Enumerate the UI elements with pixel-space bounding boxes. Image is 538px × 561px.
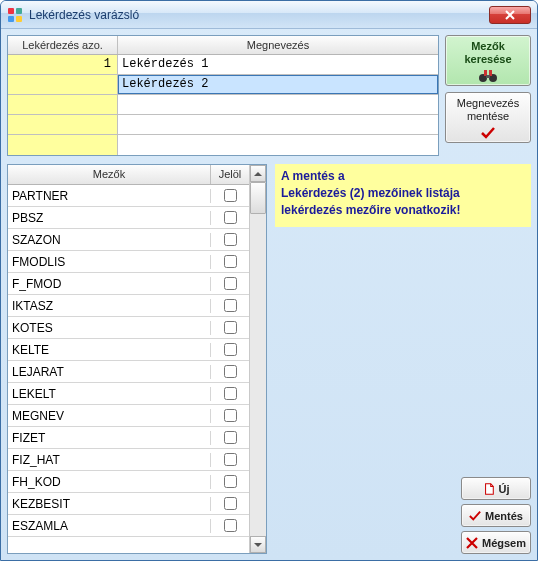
field-checkbox[interactable] bbox=[224, 189, 237, 202]
app-icon bbox=[7, 7, 23, 23]
field-checkbox[interactable] bbox=[224, 277, 237, 290]
field-checkbox[interactable] bbox=[224, 387, 237, 400]
field-checkbox[interactable] bbox=[224, 255, 237, 268]
field-row[interactable]: ESZAMLA bbox=[8, 515, 249, 537]
field-row[interactable]: FIZET bbox=[8, 427, 249, 449]
field-mark-cell bbox=[211, 409, 249, 422]
query-id-cell[interactable] bbox=[8, 115, 118, 134]
query-id-header[interactable]: Lekérdezés azo. bbox=[8, 36, 118, 54]
query-row[interactable] bbox=[8, 135, 438, 155]
scroll-track[interactable] bbox=[250, 182, 266, 536]
binoculars-icon bbox=[448, 69, 528, 83]
content-area: Lekérdezés azo. Megnevezés 1Lekérdezés 1… bbox=[1, 29, 537, 560]
search-fields-button[interactable]: Mezők keresése bbox=[445, 35, 531, 86]
field-name-cell: LEJARAT bbox=[8, 365, 211, 379]
svg-rect-0 bbox=[8, 8, 14, 14]
chevron-down-icon bbox=[254, 542, 262, 548]
query-name-cell[interactable] bbox=[118, 115, 438, 134]
query-name-cell[interactable]: Lekérdezés 1 bbox=[118, 55, 438, 74]
field-mark-cell bbox=[211, 255, 249, 268]
mark-col-header[interactable]: Jelöl bbox=[211, 165, 249, 184]
query-table: Lekérdezés azo. Megnevezés 1Lekérdezés 1… bbox=[7, 35, 439, 156]
field-checkbox[interactable] bbox=[224, 343, 237, 356]
query-name-cell[interactable] bbox=[118, 135, 438, 155]
scroll-down-button[interactable] bbox=[250, 536, 266, 553]
field-name-cell: IKTASZ bbox=[8, 299, 211, 313]
search-fields-label-1: Mezők bbox=[448, 40, 528, 53]
field-checkbox[interactable] bbox=[224, 475, 237, 488]
save-label: Mentés bbox=[485, 510, 523, 522]
titlebar: Lekérdezés varázsló bbox=[1, 1, 537, 29]
window: Lekérdezés varázsló Lekérdezés azo. Megn… bbox=[0, 0, 538, 561]
field-checkbox[interactable] bbox=[224, 321, 237, 334]
field-name-cell: MEGNEV bbox=[8, 409, 211, 423]
query-id-cell[interactable] bbox=[8, 95, 118, 114]
field-name-cell: PARTNER bbox=[8, 189, 211, 203]
query-row[interactable] bbox=[8, 115, 438, 135]
cancel-label: Mégsem bbox=[482, 537, 526, 549]
field-row[interactable]: FH_KOD bbox=[8, 471, 249, 493]
field-name-cell: F_FMOD bbox=[8, 277, 211, 291]
field-name-cell: KELTE bbox=[8, 343, 211, 357]
vertical-scrollbar[interactable] bbox=[249, 165, 266, 553]
field-mark-cell bbox=[211, 497, 249, 510]
field-checkbox[interactable] bbox=[224, 431, 237, 444]
cancel-button[interactable]: Mégsem bbox=[461, 531, 531, 554]
info-box: A mentés a Lekérdezés (2) mezőinek listá… bbox=[275, 164, 531, 227]
field-checkbox[interactable] bbox=[224, 211, 237, 224]
field-checkbox[interactable] bbox=[224, 409, 237, 422]
svg-rect-1 bbox=[16, 8, 22, 14]
close-button[interactable] bbox=[489, 6, 531, 24]
field-checkbox[interactable] bbox=[224, 299, 237, 312]
field-row[interactable]: LEJARAT bbox=[8, 361, 249, 383]
field-name-cell: KEZBESIT bbox=[8, 497, 211, 511]
field-checkbox[interactable] bbox=[224, 453, 237, 466]
scroll-thumb[interactable] bbox=[250, 182, 266, 214]
query-row[interactable]: Lekérdezés 2 bbox=[8, 75, 438, 95]
save-button[interactable]: Mentés bbox=[461, 504, 531, 527]
field-row[interactable]: KEZBESIT bbox=[8, 493, 249, 515]
window-title: Lekérdezés varázsló bbox=[29, 8, 489, 22]
fields-col-header[interactable]: Mezők bbox=[8, 165, 211, 184]
svg-rect-3 bbox=[16, 16, 22, 22]
field-checkbox[interactable] bbox=[224, 365, 237, 378]
field-row[interactable]: IKTASZ bbox=[8, 295, 249, 317]
close-icon bbox=[505, 10, 515, 20]
field-row[interactable]: PARTNER bbox=[8, 185, 249, 207]
field-name-cell: SZAZON bbox=[8, 233, 211, 247]
field-mark-cell bbox=[211, 365, 249, 378]
field-name-cell: LEKELT bbox=[8, 387, 211, 401]
field-mark-cell bbox=[211, 211, 249, 224]
query-table-header: Lekérdezés azo. Megnevezés bbox=[8, 36, 438, 55]
field-checkbox[interactable] bbox=[224, 233, 237, 246]
query-row[interactable]: 1Lekérdezés 1 bbox=[8, 55, 438, 75]
field-row[interactable]: PBSZ bbox=[8, 207, 249, 229]
query-name-header[interactable]: Megnevezés bbox=[118, 36, 438, 54]
field-name-cell: FIZET bbox=[8, 431, 211, 445]
scroll-up-button[interactable] bbox=[250, 165, 266, 182]
field-row[interactable]: LEKELT bbox=[8, 383, 249, 405]
field-row[interactable]: MEGNEV bbox=[8, 405, 249, 427]
right-panel: A mentés a Lekérdezés (2) mezőinek listá… bbox=[275, 164, 531, 554]
field-checkbox[interactable] bbox=[224, 519, 237, 532]
save-name-button[interactable]: Megnevezés mentése bbox=[445, 92, 531, 143]
field-row[interactable]: F_FMOD bbox=[8, 273, 249, 295]
query-name-cell[interactable]: Lekérdezés 2 bbox=[118, 75, 438, 94]
field-mark-cell bbox=[211, 189, 249, 202]
field-row[interactable]: FMODLIS bbox=[8, 251, 249, 273]
field-mark-cell bbox=[211, 277, 249, 290]
new-label: Új bbox=[499, 483, 510, 495]
field-row[interactable]: FIZ_HAT bbox=[8, 449, 249, 471]
field-mark-cell bbox=[211, 475, 249, 488]
query-name-cell[interactable] bbox=[118, 95, 438, 114]
field-row[interactable]: KELTE bbox=[8, 339, 249, 361]
field-row[interactable]: KOTES bbox=[8, 317, 249, 339]
field-row[interactable]: SZAZON bbox=[8, 229, 249, 251]
query-row[interactable] bbox=[8, 95, 438, 115]
new-button[interactable]: Új bbox=[461, 477, 531, 500]
query-id-cell[interactable]: 1 bbox=[8, 55, 118, 74]
field-checkbox[interactable] bbox=[224, 497, 237, 510]
query-id-cell[interactable] bbox=[8, 135, 118, 155]
query-id-cell[interactable] bbox=[8, 75, 118, 94]
top-row: Lekérdezés azo. Megnevezés 1Lekérdezés 1… bbox=[7, 35, 531, 156]
